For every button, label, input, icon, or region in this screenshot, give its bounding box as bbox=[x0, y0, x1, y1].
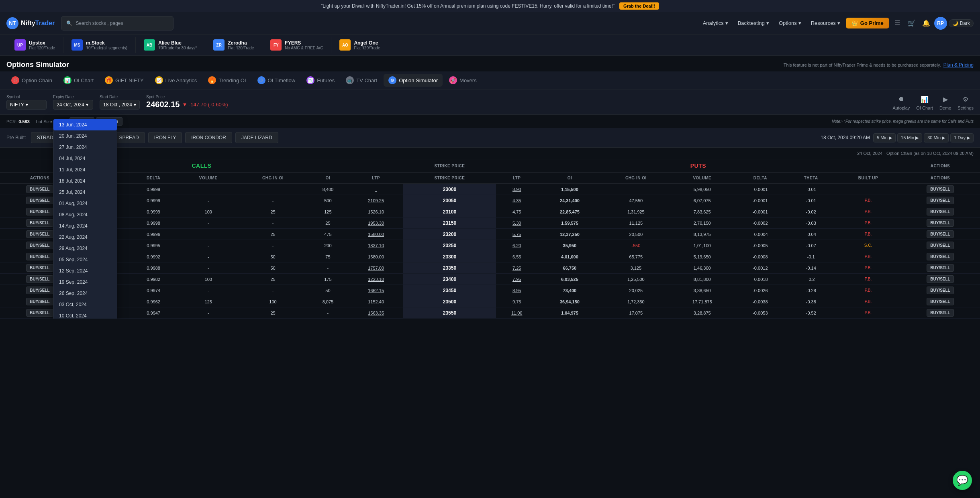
ltp-right[interactable]: 7.95 bbox=[496, 274, 538, 285]
dropdown-item-14aug[interactable]: 14 Aug, 2024 bbox=[53, 220, 117, 232]
buy-sell-right-button[interactable]: BUY/SELL bbox=[927, 253, 953, 260]
ltp-right[interactable]: 3.90 bbox=[496, 184, 538, 195]
ltp-right[interactable]: 6.20 bbox=[496, 240, 538, 251]
dropdown-item-26sep[interactable]: 26 Sep, 2024 bbox=[53, 288, 117, 299]
ltp-right[interactable]: 5.30 bbox=[496, 217, 538, 229]
tool-tv-chart[interactable]: 📺 TV Chart bbox=[341, 74, 382, 87]
buy-sell-right-button[interactable]: BUY/SELL bbox=[927, 264, 953, 272]
ltp-right[interactable]: 4.35 bbox=[496, 195, 538, 206]
dropdown-item-03oct[interactable]: 03 Oct, 2024 bbox=[53, 299, 117, 310]
spread-button[interactable]: SPREAD bbox=[113, 132, 145, 143]
tool-option-chain[interactable]: ⛓ Option Chain bbox=[6, 74, 57, 87]
dropdown-item-25jul[interactable]: 25 Jul, 2024 bbox=[53, 187, 117, 198]
broker-upstox[interactable]: UP Upstox Flat ₹20/Trade bbox=[6, 37, 63, 53]
broker-zerodha[interactable]: ZR Zerodha Flat ₹20/Trade bbox=[205, 37, 262, 53]
dropdown-item-19sep[interactable]: 19 Sep, 2024 bbox=[53, 276, 117, 288]
ltp-right[interactable]: 7.25 bbox=[496, 262, 538, 274]
options-link[interactable]: Options ▾ bbox=[775, 18, 805, 28]
buy-sell-left-button[interactable]: BUY/SELL bbox=[26, 253, 53, 260]
buy-sell-right-button[interactable]: BUY/SELL bbox=[927, 230, 953, 238]
ltp-left[interactable]: 1223.10 bbox=[349, 274, 403, 285]
tool-gift-nifty[interactable]: 🎁 GIFT NIFTY bbox=[100, 74, 149, 87]
ltp-left[interactable]: 1580.00 bbox=[349, 251, 403, 262]
tool-oi-timeflow[interactable]: ⏱ OI Timeflow bbox=[253, 74, 300, 87]
buy-sell-right-button[interactable]: BUY/SELL bbox=[927, 208, 953, 215]
dark-mode-toggle[interactable]: 🌙 Dark bbox=[949, 19, 974, 27]
tool-live-analytics[interactable]: 📈 Live Analytics bbox=[150, 74, 202, 87]
ltp-left[interactable]: 1837.10 bbox=[349, 240, 403, 251]
dropdown-item-12sep[interactable]: 12 Sep, 2024 bbox=[53, 265, 117, 276]
grab-deal-button[interactable]: Grab the Deal!! bbox=[619, 2, 659, 10]
jade-lizard-button[interactable]: JADE LIZARD bbox=[235, 132, 278, 143]
backtesting-link[interactable]: Backtesting ▾ bbox=[734, 18, 773, 28]
cart-button[interactable]: 🛒 bbox=[905, 17, 918, 30]
go-prime-button[interactable]: 👑 Go Prime bbox=[846, 18, 889, 28]
dropdown-item-10oct[interactable]: 10 Oct, 2024 bbox=[53, 310, 117, 319]
broker-fyers[interactable]: FY FYERS No AMC & FREE A/C bbox=[262, 37, 331, 53]
buy-sell-left-button[interactable]: BUY/SELL bbox=[26, 309, 53, 317]
buy-sell-left-button[interactable]: BUY/SELL bbox=[26, 287, 53, 294]
ltp-right[interactable]: 6.55 bbox=[496, 251, 538, 262]
dropdown-item-22aug[interactable]: 22 Aug, 2024 bbox=[53, 232, 117, 243]
resources-link[interactable]: Resources ▾ bbox=[807, 18, 844, 28]
dropdown-item-27jun[interactable]: 27 Jun, 2024 bbox=[53, 142, 117, 153]
buy-sell-left-button[interactable]: BUY/SELL bbox=[26, 264, 53, 272]
avatar[interactable]: RP bbox=[934, 17, 947, 30]
dropdown-item-08aug[interactable]: 08 Aug, 2024 bbox=[53, 209, 117, 220]
buy-sell-right-button[interactable]: BUY/SELL bbox=[927, 275, 953, 283]
oi-chart-button[interactable]: 📊 OI Chart bbox=[916, 94, 933, 110]
dropdown-item-11jul[interactable]: 11 Jul, 2024 bbox=[53, 164, 117, 175]
dropdown-item-13jun[interactable]: 13 Jun, 2024 bbox=[53, 119, 117, 130]
broker-mstock[interactable]: MS m.Stock ₹0/Trade(all segments) bbox=[63, 37, 136, 53]
dropdown-item-05sep[interactable]: 05 Sep, 2024 bbox=[53, 254, 117, 265]
ltp-left[interactable]: 1563.35 bbox=[349, 307, 403, 319]
buy-sell-right-button[interactable]: BUY/SELL bbox=[927, 309, 953, 317]
ltp-right[interactable]: 11.00 bbox=[496, 307, 538, 319]
5min-button[interactable]: 5 Min ▶ bbox=[873, 133, 896, 142]
ltp-left[interactable]: 1526.10 bbox=[349, 206, 403, 217]
buy-sell-left-button[interactable]: BUY/SELL bbox=[26, 208, 53, 215]
hamburger-button[interactable]: ☰ bbox=[891, 17, 904, 30]
dropdown-item-01aug[interactable]: 01 Aug, 2024 bbox=[53, 198, 117, 209]
dropdown-item-04jul[interactable]: 04 Jul, 2024 bbox=[53, 153, 117, 164]
ltp-right[interactable]: 5.75 bbox=[496, 229, 538, 240]
buy-sell-left-button[interactable]: BUY/SELL bbox=[26, 242, 53, 249]
1day-button[interactable]: 1 Day ▶ bbox=[950, 133, 974, 142]
iron-fly-button[interactable]: IRON FLY bbox=[148, 132, 182, 143]
ltp-right[interactable]: 8.95 bbox=[496, 285, 538, 296]
plan-pricing-link[interactable]: Plan & Pricing bbox=[943, 62, 974, 68]
ltp-left[interactable]: 1757.00 bbox=[349, 262, 403, 274]
bell-button[interactable]: 🔔 bbox=[920, 17, 933, 30]
ltp-right[interactable]: 9.75 bbox=[496, 296, 538, 307]
buy-sell-right-button[interactable]: BUY/SELL bbox=[927, 197, 953, 204]
buy-sell-right-button[interactable]: BUY/SELL bbox=[927, 298, 953, 305]
broker-aliceblue[interactable]: AB Alice Blue ₹0/Trade for 30 days* bbox=[136, 37, 205, 53]
buy-sell-right-button[interactable]: BUY/SELL bbox=[927, 185, 953, 193]
ltp-left[interactable]: 1580.00 bbox=[349, 229, 403, 240]
tool-option-simulator[interactable]: ⚙ Option Simulator bbox=[384, 74, 443, 87]
tool-movers[interactable]: 🚀 Movers bbox=[444, 74, 482, 87]
ltp-left[interactable]: 1662.15 bbox=[349, 285, 403, 296]
buy-sell-left-button[interactable]: BUY/SELL bbox=[26, 230, 53, 238]
dropdown-item-29aug[interactable]: 29 Aug, 2024 bbox=[53, 243, 117, 254]
buy-sell-left-button[interactable]: BUY/SELL bbox=[26, 298, 53, 305]
tool-oi-chart[interactable]: 📊 OI Chart bbox=[59, 74, 98, 87]
buy-sell-left-button[interactable]: BUY/SELL bbox=[26, 219, 53, 227]
30min-button[interactable]: 30 Min ▶ bbox=[924, 133, 949, 142]
ltp-left[interactable]: 1152.40 bbox=[349, 296, 403, 307]
ltp-right[interactable]: 4.75 bbox=[496, 206, 538, 217]
15min-button[interactable]: 15 Min ▶ bbox=[897, 133, 922, 142]
analytics-link[interactable]: Analytics ▾ bbox=[699, 18, 732, 28]
iron-condor-button[interactable]: IRON CONDOR bbox=[185, 132, 232, 143]
expiry-select[interactable]: 24 Oct, 2024 ▾ bbox=[53, 100, 93, 110]
dropdown-item-20jun[interactable]: 20 Jun, 2024 bbox=[53, 130, 117, 142]
demo-button[interactable]: ▶ Demo bbox=[939, 94, 951, 110]
tool-futures[interactable]: 📉 Futures bbox=[302, 74, 339, 87]
buy-sell-right-button[interactable]: BUY/SELL bbox=[927, 242, 953, 249]
dropdown-item-18jul[interactable]: 18 Jul, 2024 bbox=[53, 175, 117, 187]
broker-angelone[interactable]: AO Angel One Flat ₹20/Trade bbox=[331, 37, 388, 53]
search-bar[interactable]: 🔍 Search stocks , pages bbox=[61, 16, 174, 30]
buy-sell-left-button[interactable]: BUY/SELL bbox=[26, 185, 53, 193]
ltp-left[interactable]: 2109.25 bbox=[349, 195, 403, 206]
ltp-left[interactable]: 1953.30 bbox=[349, 217, 403, 229]
